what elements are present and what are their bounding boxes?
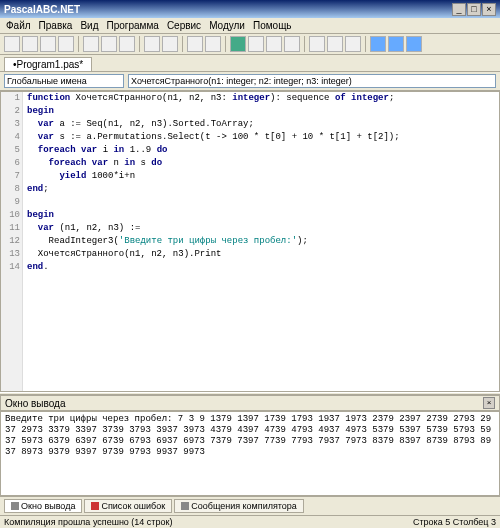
bottom-tab-compiler[interactable]: Сообщения компилятора — [174, 499, 304, 513]
bottom-tab-errors[interactable]: Список ошибок — [84, 499, 172, 513]
toolbar-compile-icon[interactable] — [284, 36, 300, 52]
menu-modules[interactable]: Модули — [209, 20, 245, 31]
output-tab-icon — [11, 502, 19, 510]
toolbar-sep — [78, 36, 79, 52]
output-title-label: Окно вывода — [5, 398, 65, 409]
toolbar-sep — [182, 36, 183, 52]
toolbar-saveall-icon[interactable] — [58, 36, 74, 52]
toolbar-paste-icon[interactable] — [119, 36, 135, 52]
tab-program1[interactable]: •Program1.pas* — [4, 57, 92, 71]
toolbar-open-icon[interactable] — [22, 36, 38, 52]
toolbar-sep — [225, 36, 226, 52]
errors-tab-icon — [91, 502, 99, 510]
statusbar: Компиляция прошла успешно (14 строк) Стр… — [0, 515, 500, 528]
toolbar-stepover-icon[interactable] — [309, 36, 325, 52]
menu-view[interactable]: Вид — [80, 20, 98, 31]
window-buttons: _ □ × — [452, 3, 496, 16]
toolbar-cut-icon[interactable] — [83, 36, 99, 52]
toolbar-sep — [365, 36, 366, 52]
compiler-tab-icon — [181, 502, 189, 510]
toolbar-redo-icon[interactable] — [162, 36, 178, 52]
toolbar-intellisense3-icon[interactable] — [406, 36, 422, 52]
toolbar-undo-icon[interactable] — [144, 36, 160, 52]
minimize-button[interactable]: _ — [452, 3, 466, 16]
globals-scope-select[interactable]: Глобальные имена — [4, 74, 124, 88]
toolbar-stepin-icon[interactable] — [327, 36, 343, 52]
toolbar-copy-icon[interactable] — [101, 36, 117, 52]
globals-member-select[interactable]: ХочетсяСтранного(n1: integer; n2: intege… — [128, 74, 496, 88]
menu-help[interactable]: Помощь — [253, 20, 292, 31]
line-gutter: 1234567891011121314 — [1, 92, 23, 391]
toolbar-back-icon[interactable] — [187, 36, 203, 52]
toolbar-sep — [139, 36, 140, 52]
globals-row: Глобальные имена ХочетсяСтранного(n1: in… — [0, 72, 500, 91]
bottom-tabbar: Окно вывода Список ошибок Сообщения комп… — [0, 496, 500, 515]
output-close-icon[interactable]: × — [483, 397, 495, 409]
menubar: Файл Правка Вид Программа Сервис Модули … — [0, 18, 500, 34]
toolbar-new-icon[interactable] — [4, 36, 20, 52]
output-panel[interactable]: Введите три цифры через пробел: 7 3 9 13… — [0, 411, 500, 496]
maximize-button[interactable]: □ — [467, 3, 481, 16]
toolbar-stepout-icon[interactable] — [345, 36, 361, 52]
toolbar-save-icon[interactable] — [40, 36, 56, 52]
window-title: PascalABC.NET — [4, 4, 452, 15]
status-position: Строка 5 Столбец 3 — [413, 517, 496, 527]
toolbar-intellisense-icon[interactable] — [370, 36, 386, 52]
toolbar-intellisense2-icon[interactable] — [388, 36, 404, 52]
code-editor[interactable]: 1234567891011121314 function ХочетсяСтра… — [0, 91, 500, 392]
file-tabbar: •Program1.pas* — [0, 55, 500, 72]
toolbar-forward-icon[interactable] — [205, 36, 221, 52]
close-button[interactable]: × — [482, 3, 496, 16]
toolbar — [0, 34, 500, 55]
bottom-tab-output[interactable]: Окно вывода — [4, 499, 82, 513]
toolbar-sep — [304, 36, 305, 52]
menu-service[interactable]: Сервис — [167, 20, 201, 31]
menu-edit[interactable]: Правка — [39, 20, 73, 31]
titlebar: PascalABC.NET _ □ × — [0, 0, 500, 18]
toolbar-runnd-icon[interactable] — [248, 36, 264, 52]
output-title: Окно вывода × — [0, 395, 500, 411]
toolbar-stop-icon[interactable] — [266, 36, 282, 52]
menu-program[interactable]: Программа — [106, 20, 158, 31]
code-area[interactable]: function ХочетсяСтранного(n1, n2, n3: in… — [23, 92, 499, 391]
menu-file[interactable]: Файл — [6, 20, 31, 31]
status-compile: Компиляция прошла успешно (14 строк) — [4, 517, 413, 527]
toolbar-run-icon[interactable] — [230, 36, 246, 52]
